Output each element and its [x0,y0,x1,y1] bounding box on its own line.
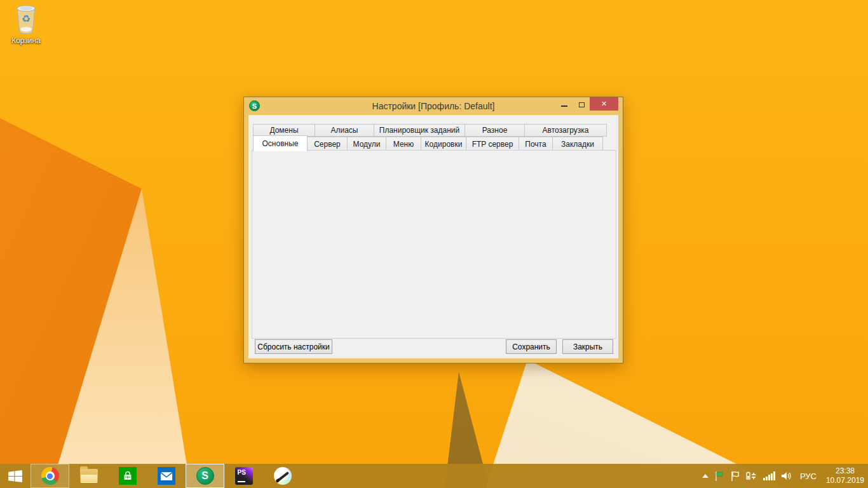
start-button[interactable] [0,464,31,488]
tab-Почта[interactable]: Почта [519,137,553,151]
tray-expand-icon[interactable] [702,474,709,478]
dialog-client-area: ДоменыАлиасыПланировщик заданийРазноеАвт… [248,115,618,358]
taskbar-store-button[interactable] [108,464,147,488]
mail-icon [158,467,175,485]
krita-icon [274,467,292,485]
svg-text:♻: ♻ [22,13,31,24]
reset-settings-button[interactable]: Сбросить настройки [255,339,332,354]
tab-row-bottom: ОсновныеСерверМодулиМенюКодировкиFTP сер… [253,137,602,151]
minimize-icon [561,105,567,107]
taskbar-file-explorer-button[interactable] [69,464,108,488]
green-flag-icon[interactable] [714,471,724,482]
network-signal-icon[interactable] [763,471,775,480]
chrome-icon [41,467,59,485]
tab-Кодировки[interactable]: Кодировки [421,137,466,151]
taskbar-chrome-button[interactable] [31,464,69,488]
recycle-bin[interactable]: ♻ Корзина [4,4,48,45]
tab-Планировщик заданий[interactable]: Планировщик заданий [374,124,465,137]
tab-row-top: ДоменыАлиасыПланировщик заданийРазноеАвт… [253,124,606,137]
store-icon [119,467,137,485]
tab-Разное[interactable]: Разное [465,124,525,137]
system-tray: РУС 23:38 10.07.2019 [702,464,864,488]
tab-Автозагрузка[interactable]: Автозагрузка [524,124,607,137]
settings-window: S Настройки [Профиль: Default] ✕ ДоменыА… [243,97,623,363]
phpstorm-icon: PS [235,467,253,485]
volume-icon[interactable] [781,471,792,481]
file-explorer-icon [80,469,98,483]
recycle-bin-icon: ♻ [12,4,40,36]
clock-time: 23:38 [826,466,864,476]
s-server-icon: S [196,467,214,485]
tab-Алиасы[interactable]: Алиасы [315,124,374,137]
windows-logo-icon [8,470,22,482]
tab-Основные[interactable]: Основные [253,135,308,151]
tab-Меню[interactable]: Меню [386,137,421,151]
maximize-icon [579,102,585,107]
language-indicator[interactable]: РУС [797,471,819,481]
minimize-button[interactable] [555,97,573,111]
recycle-bin-label: Корзина [4,36,48,45]
taskbar-mail-button[interactable] [147,464,186,488]
tab-page-osnovnye [252,150,616,339]
tab-Сервер[interactable]: Сервер [307,137,348,151]
desktop: ♻ Корзина S Настройки [Профиль: Default]… [0,0,868,488]
tab-Закладки[interactable]: Закладки [552,137,603,151]
close-dialog-button[interactable]: Закрыть [562,339,613,354]
maximize-button[interactable] [573,97,590,111]
clock-date: 10.07.2019 [826,476,864,485]
save-button[interactable]: Сохранить [506,339,557,354]
taskbar-phpstorm-button[interactable]: PS [224,464,263,488]
taskbar-krita-button[interactable] [263,464,302,488]
close-icon: ✕ [601,100,607,108]
tab-FTP сервер[interactable]: FTP сервер [466,137,519,151]
tab-Модули[interactable]: Модули [347,137,386,151]
app-icon: S [249,100,260,111]
tab-Домены[interactable]: Домены [253,124,315,137]
taskbar-s-server-button[interactable]: S [186,464,224,488]
action-center-flag-icon[interactable] [730,471,740,482]
clock[interactable]: 23:38 10.07.2019 [825,466,864,485]
power-icon[interactable] [746,471,757,481]
close-button[interactable]: ✕ [590,97,618,111]
taskbar: S PS [0,464,868,488]
